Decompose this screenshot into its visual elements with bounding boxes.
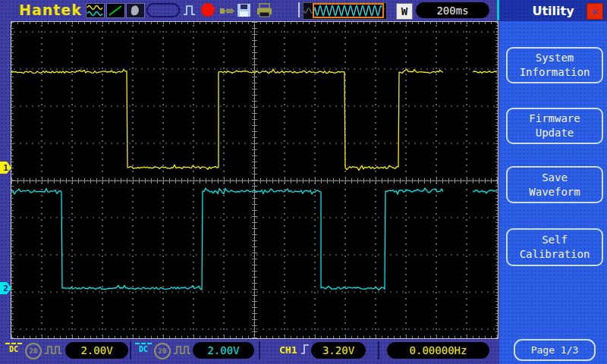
statusbar-separator	[130, 341, 131, 359]
softkey-firmware-update[interactable]: Firmware Update	[506, 108, 603, 144]
trigger-level-readout: 3.20V	[311, 342, 366, 359]
hand-icon	[126, 3, 145, 18]
waveform-preview	[303, 2, 387, 20]
softkey-save-waveform[interactable]: Save Waveform	[506, 166, 603, 203]
screw-tool-icon	[219, 3, 237, 18]
ch1-scale-readout: 2.00V	[65, 342, 128, 359]
window-mode-icon: W	[396, 3, 413, 20]
ch1-squarewave-icon	[44, 344, 62, 359]
oscilloscope-screen: Hantek W 200ms 1 2	[0, 0, 607, 364]
print-icon	[256, 3, 273, 18]
ch2-coupling-icon: DC	[134, 343, 153, 353]
softkey-self-calibration[interactable]: Self Calibration	[506, 228, 603, 266]
pulse-icon	[182, 3, 199, 18]
ch1-position-marker[interactable]: 1	[0, 162, 11, 174]
brand-logo: Hantek	[19, 2, 82, 18]
save-floppy-icon	[237, 3, 252, 18]
timebase-readout: 200ms	[416, 2, 489, 18]
waveform-svg	[11, 22, 498, 338]
waveform-preview-svg	[304, 3, 386, 19]
ch1-bandwidth-icon: 20	[25, 343, 42, 359]
softkey-system-information[interactable]: System Information	[506, 47, 603, 83]
statusbar-separator	[378, 341, 379, 359]
trigger-rising-edge-icon	[300, 342, 310, 359]
statusbar-separator	[259, 341, 260, 359]
softkey-page[interactable]: Page 1/3	[514, 339, 596, 361]
record-icon	[201, 3, 215, 17]
ch2-scale-readout: 2.00V	[193, 342, 254, 359]
trigger-source-label: CH1	[279, 344, 297, 356]
channel-waves-icon	[86, 3, 105, 18]
topbar-separator	[298, 2, 300, 17]
frequency-counter-readout: 0.00000Hz	[387, 342, 489, 359]
ch2-squarewave-icon	[173, 344, 191, 359]
empty-slot-outline	[146, 3, 180, 17]
waveform-display	[11, 21, 498, 339]
ch1-coupling-icon: DC	[5, 343, 23, 353]
ch2-bandwidth-icon: 20	[154, 343, 171, 359]
utility-menu-panel: Utility ✕ System Information Firmware Up…	[499, 0, 607, 364]
close-icon[interactable]: ✕	[587, 3, 603, 20]
cursor-line-icon	[106, 3, 125, 18]
ch2-position-marker[interactable]: 2	[0, 282, 11, 294]
